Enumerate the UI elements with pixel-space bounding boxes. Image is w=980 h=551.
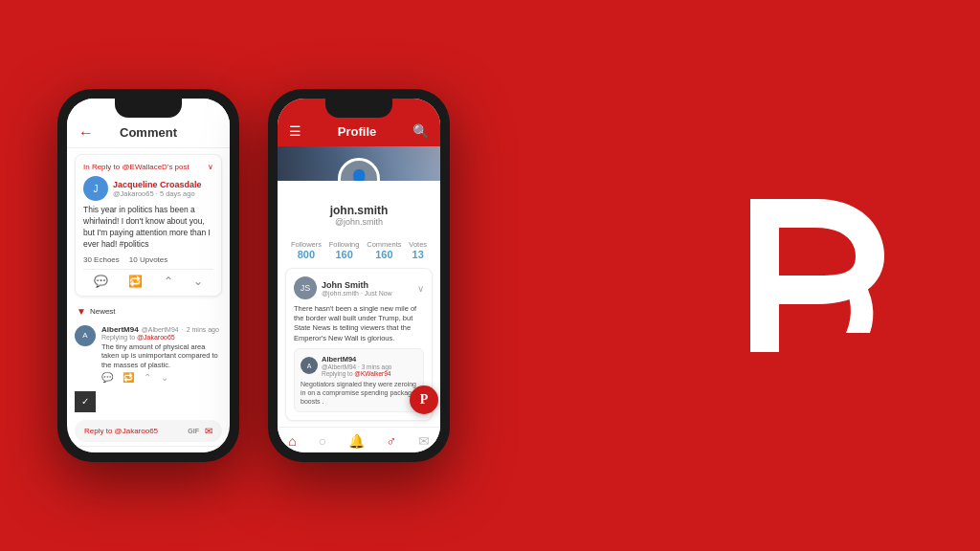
ci-reply-icon[interactable]: 💬	[101, 372, 113, 383]
filter-row: ▼ Newest	[67, 302, 230, 320]
comment-item-header: AlbertM94 @AlbertM94 · 2 mins ago	[101, 325, 222, 334]
phone1: ← Comment In Reply to @EWallaceD's post …	[57, 89, 239, 462]
echo-icon[interactable]: 🔁	[128, 275, 143, 288]
p2-nav-profile-icon[interactable]: ♂	[386, 433, 396, 449]
followers-label: Followers	[291, 240, 322, 249]
stat-following: Following 160	[329, 240, 360, 260]
phones-container: ← Comment In Reply to @EWallaceD's post …	[57, 89, 450, 462]
ci-echo-icon[interactable]: 🔁	[122, 372, 134, 383]
comment-item: A AlbertM94 @AlbertM94 · 2 mins ago Repl…	[67, 320, 230, 387]
profile-avatar-wrap: 👤	[338, 158, 380, 181]
phone2-bottom-nav: ⌂ ○ 🔔 ♂ ✉	[278, 427, 440, 452]
nested-text: Negotiators signaled they were zeroing i…	[301, 380, 417, 406]
profile-cover: 👤	[278, 146, 440, 181]
parler-logo	[712, 180, 903, 371]
nested-post: A AlbertM94 @AlbertM94 · 3 mins ago Repl…	[294, 348, 424, 412]
p2-nav-home-icon[interactable]: ⌂	[288, 433, 296, 449]
nested-handle-time: @AlbertM94 · 3 mins ago Replying to @KWa…	[322, 364, 417, 377]
phone2-screen: ☰ Profile 🔍 👤 john.smith @john.smith	[278, 99, 440, 452]
gif-button[interactable]: GIF	[188, 428, 199, 434]
filter-icon[interactable]: ▼	[77, 306, 86, 317]
fab-p-icon: P	[420, 392, 429, 408]
ci-time: ·	[182, 326, 184, 333]
profile-avatar: 👤	[338, 158, 380, 181]
top-comment-user-row: J Jacqueline Croasdale @Jakaroo65 · 5 da…	[83, 176, 213, 201]
votes-value: 13	[412, 249, 424, 260]
top-comment-actions: 💬 🔁 ⌃ ⌄	[83, 269, 213, 288]
top-comment-avatar: J	[83, 176, 108, 201]
comments-label: Comments	[367, 240, 401, 249]
ci-username[interactable]: AlbertM94	[101, 325, 139, 334]
reply-input-bar[interactable]: Reply to @Jakaroo65 GIF ✉	[75, 420, 222, 442]
post-chevron-icon[interactable]: ∨	[417, 283, 424, 294]
check-icon[interactable]: ✓	[75, 391, 96, 412]
ci-text: The tiny amount of physical area taken u…	[101, 342, 222, 370]
send-icon[interactable]: ✉	[205, 426, 212, 436]
p2-nav-notifications-icon[interactable]: 🔔	[348, 433, 365, 449]
ci-handle: @AlbertM94	[142, 326, 179, 333]
nested-username: AlbertM94	[322, 355, 417, 364]
comment-item-content: AlbertM94 @AlbertM94 · 2 mins ago Replyi…	[101, 325, 222, 383]
top-comment-card: In Reply to @EWallaceD's post ∨ J Jacque…	[75, 154, 222, 297]
phone1-screen: ← Comment In Reply to @EWallaceD's post …	[67, 99, 230, 452]
in-reply-user[interactable]: @EWallaceD's post	[122, 163, 189, 171]
ci-upvote-icon[interactable]: ⌃	[144, 372, 151, 383]
echoes-count: 30 Echoes	[83, 255, 120, 264]
top-comment-text: This year in politics has been a whirlwi…	[83, 205, 213, 251]
post-text: There hasn't been a single new mile of t…	[294, 304, 424, 343]
stat-comments: Comments 160	[367, 240, 401, 260]
post-handle-time: @john.smith · Just Now	[322, 290, 392, 297]
ci-time-val: 2 mins ago	[187, 326, 219, 333]
downvote-icon[interactable]: ⌄	[193, 275, 203, 288]
nested-user-info: AlbertM94 @AlbertM94 · 3 mins ago Replyi…	[322, 355, 417, 377]
ci-reply-to[interactable]: @Jakaroo65	[137, 334, 175, 341]
comment-screen-title: Comment	[120, 125, 177, 140]
filter-label[interactable]: Newest	[90, 307, 116, 316]
post-user-row: JS John Smith @john.smith · Just Now ∨	[294, 276, 424, 299]
ci-replying-row: Replying to @Jakaroo65	[101, 334, 222, 341]
top-comment-handle-time: @Jakaroo65 · 5 days ago	[113, 189, 202, 198]
post-avatar: JS	[294, 276, 317, 299]
phone1-bottom-nav: ⌂ ○ 🔔 ♂ ✉	[67, 446, 230, 452]
comment-item-avatar: A	[75, 325, 96, 346]
reply-placeholder: Reply to @Jakaroo65	[84, 427, 158, 435]
nested-avatar: A	[301, 357, 318, 374]
upvotes-count: 10 Upvotes	[129, 255, 167, 264]
profile-handle: @john.smith	[291, 217, 427, 227]
menu-icon[interactable]: ☰	[289, 123, 301, 139]
notch2	[325, 99, 392, 118]
post-username: John Smith	[322, 280, 392, 290]
profile-name: john.smith	[291, 204, 427, 217]
nested-user-row: A AlbertM94 @AlbertM94 · 3 mins ago Repl…	[301, 355, 417, 377]
profile-info: john.smith @john.smith	[278, 181, 440, 240]
top-comment-stats: 30 Echoes 10 Upvotes	[83, 255, 213, 264]
reply-to-label: @Jakaroo65	[115, 427, 158, 435]
top-comment-user-info: Jacqueline Croasdale @Jakaroo65 · 5 days…	[113, 180, 202, 198]
in-reply-label: In Reply to @EWallaceD's post ∨	[83, 163, 213, 171]
back-arrow-icon[interactable]: ←	[78, 124, 94, 142]
post-user-info: John Smith @john.smith · Just Now	[322, 280, 392, 297]
stat-followers: Followers 800	[291, 240, 322, 260]
comment-reply-icon[interactable]: 💬	[94, 275, 108, 288]
ci-downvote-icon[interactable]: ⌄	[161, 372, 168, 383]
following-value: 160	[335, 249, 352, 260]
chevron-down-icon[interactable]: ∨	[208, 163, 213, 171]
votes-label: Votes	[409, 240, 427, 249]
profile-stats: Followers 800 Following 160 Comments 160…	[278, 240, 440, 260]
p2-nav-messages-icon[interactable]: ✉	[418, 433, 430, 449]
following-label: Following	[329, 240, 360, 249]
comments-value: 160	[375, 249, 392, 260]
phone2: ☰ Profile 🔍 👤 john.smith @john.smith	[268, 89, 450, 462]
search-icon[interactable]: 🔍	[412, 123, 429, 139]
followers-value: 800	[298, 249, 315, 260]
p2-nav-explore-icon[interactable]: ○	[319, 433, 326, 449]
in-reply-text: In Reply to @EWallaceD's post	[83, 163, 189, 171]
profile-screen-title: Profile	[338, 124, 376, 139]
notch1	[115, 99, 182, 118]
ci-actions: 💬 🔁 ⌃ ⌄	[101, 372, 222, 383]
stat-votes: Votes 13	[409, 240, 427, 260]
fab-button[interactable]: P	[410, 386, 438, 414]
top-comment-username[interactable]: Jacqueline Croasdale	[113, 180, 202, 189]
upvote-icon[interactable]: ⌃	[164, 275, 173, 288]
